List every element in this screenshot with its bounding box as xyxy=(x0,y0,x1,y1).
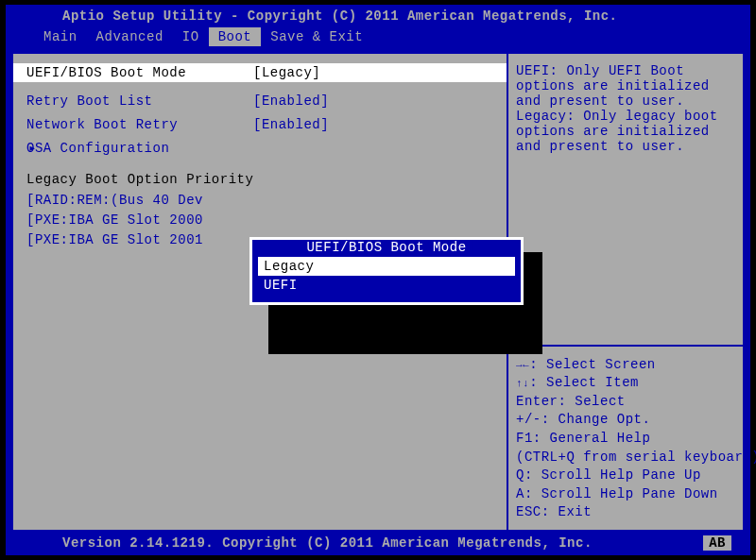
key-enter: Enter: Select xyxy=(516,393,735,412)
key-q: Q: Scroll Help Pane Up xyxy=(516,467,735,485)
menu-advanced[interactable]: Advanced xyxy=(87,27,173,46)
network-retry-value: [Enabled] xyxy=(253,115,329,135)
popup-options: Legacy UEFI xyxy=(252,255,521,302)
menu-main[interactable]: Main xyxy=(34,27,87,46)
arrow-lr-icon xyxy=(516,357,529,372)
popup-option-legacy[interactable]: Legacy xyxy=(258,257,515,276)
retry-boot-value: [Enabled] xyxy=(253,92,329,111)
top-menubar: Main Advanced IO Boot Save & Exit xyxy=(6,25,750,52)
popup-title: UEFI/BIOS Boot Mode xyxy=(301,240,472,255)
menu-save-exit[interactable]: Save & Exit xyxy=(261,27,372,46)
retry-boot-label: Retry Boot List xyxy=(26,92,253,111)
legacy-priority-header: Legacy Boot Option Priority xyxy=(26,172,493,187)
network-retry-label: Network Boot Retry xyxy=(26,115,253,135)
arrow-ud-icon xyxy=(516,375,529,390)
popup-option-uefi[interactable]: UEFI xyxy=(258,276,515,295)
boot-mode-label: UEFI/BIOS Boot Mode xyxy=(26,65,253,80)
boot-priority-item[interactable]: [PXE:IBA GE Slot 2000 xyxy=(26,211,493,230)
boot-priority-item[interactable]: [RAID:REM:(Bus 40 Dev xyxy=(26,191,493,211)
osa-config-label: OSA Configuration xyxy=(26,139,253,159)
key-select-screen: : Select Screen xyxy=(516,356,735,375)
submenu-arrow-icon: ▸ xyxy=(28,139,37,159)
boot-mode-popup: UEFI/BIOS Boot Mode Legacy UEFI xyxy=(249,237,524,305)
version-text: Version 2.14.1219. Copyright (C) 2011 Am… xyxy=(62,535,593,551)
key-select-item: : Select Item xyxy=(516,374,735,393)
boot-mode-setting[interactable]: UEFI/BIOS Boot Mode [Legacy] xyxy=(13,63,507,82)
osa-config-setting[interactable]: ▸ OSA Configuration xyxy=(26,139,493,159)
key-ctrl-note: (CTRL+Q from serial keyboard) xyxy=(516,449,735,467)
key-a: A: Scroll Help Pane Down xyxy=(516,485,735,504)
retry-boot-setting[interactable]: Retry Boot List [Enabled] xyxy=(26,92,493,111)
key-legend: : Select Screen : Select Item Enter: Sel… xyxy=(508,345,743,530)
menu-io[interactable]: IO xyxy=(173,27,209,46)
key-esc: ESC: Exit xyxy=(516,503,735,522)
context-help-text: UEFI: Only UEFI Boot options are initial… xyxy=(508,54,743,345)
key-f1: F1: General Help xyxy=(516,430,735,449)
key-change: +/-: Change Opt. xyxy=(516,411,735,430)
bios-setup-screen: Aptio Setup Utility - Copyright (C) 2011… xyxy=(6,5,750,555)
footer-corner-badge: AB xyxy=(703,535,731,551)
boot-mode-value: [Legacy] xyxy=(253,65,320,80)
network-retry-setting[interactable]: Network Boot Retry [Enabled] xyxy=(26,115,493,135)
header-title: Aptio Setup Utility - Copyright (C) 2011… xyxy=(6,5,750,25)
footer-bar: Version 2.14.1219. Copyright (C) 2011 Am… xyxy=(6,532,750,552)
menu-boot[interactable]: Boot xyxy=(209,27,262,46)
